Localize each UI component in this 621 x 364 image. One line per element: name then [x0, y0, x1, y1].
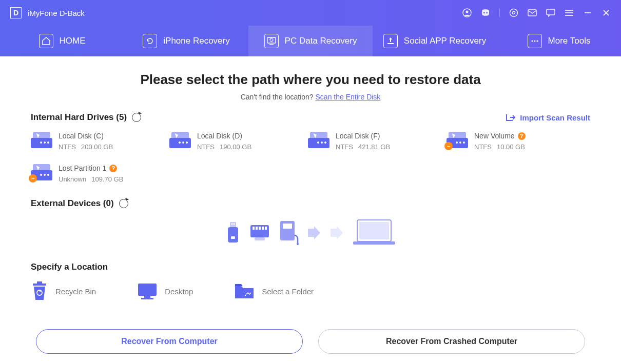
- hard-drive-icon: [31, 132, 52, 148]
- warning-badge-icon: –: [29, 174, 37, 183]
- import-scan-result-link[interactable]: Import Scan Result: [506, 113, 590, 122]
- hard-drive-icon: [169, 132, 191, 148]
- svg-rect-37: [353, 241, 395, 245]
- discord-icon[interactable]: [481, 8, 490, 17]
- tab-pc-data-recovery[interactable]: PC Data Recovery: [248, 26, 373, 56]
- menu-icon[interactable]: [565, 8, 574, 17]
- svg-rect-36: [359, 222, 389, 239]
- svg-rect-28: [259, 227, 261, 230]
- svg-rect-39: [37, 281, 42, 284]
- tab-label: iPhone Recovery: [163, 36, 229, 46]
- svg-rect-29: [262, 227, 264, 230]
- tab-home[interactable]: HOME: [0, 26, 124, 56]
- svg-rect-22: [234, 223, 235, 225]
- more-icon: [528, 34, 542, 48]
- recover-from-computer-button[interactable]: Recover From Computer: [36, 329, 303, 354]
- svg-point-3: [486, 12, 488, 14]
- drive-meta: NTFS421.81 GB: [336, 143, 390, 151]
- sd-card-icon: [249, 224, 270, 241]
- svg-rect-16: [387, 43, 394, 44]
- drive-item[interactable]: Local Disk (F) NTFS421.81 GB: [308, 132, 421, 151]
- page-title: Please select the path where you need to…: [31, 72, 590, 88]
- location-label: Desktop: [165, 287, 193, 296]
- help-badge-icon[interactable]: ?: [109, 165, 117, 172]
- tab-iphone-recovery[interactable]: iPhone Recovery: [124, 26, 248, 56]
- location-recycle-bin[interactable]: Recycle Bin: [31, 281, 96, 301]
- svg-rect-21: [231, 223, 232, 225]
- svg-rect-27: [256, 227, 258, 230]
- scan-entire-disk-link[interactable]: Scan the Entire Disk: [316, 93, 381, 101]
- close-icon[interactable]: [601, 8, 611, 17]
- mail-icon[interactable]: [528, 8, 537, 17]
- svg-point-18: [534, 41, 535, 42]
- desktop-icon: [137, 282, 158, 300]
- svg-point-17: [531, 41, 533, 42]
- svg-rect-7: [547, 9, 555, 15]
- svg-rect-26: [253, 227, 255, 230]
- recycle-bin-icon: [31, 281, 48, 301]
- drive-item[interactable]: – New Volume ? NTFS10.00 GB: [447, 132, 559, 151]
- subhead-text: Can't find the location?: [241, 93, 316, 101]
- tab-social-app-recovery[interactable]: Social APP Recovery: [373, 26, 497, 56]
- drive-item[interactable]: Local Disk (D) NTFS190.00 GB: [169, 132, 282, 151]
- external-devices-heading: External Devices (0): [31, 198, 590, 209]
- import-icon: [506, 113, 516, 122]
- drive-item[interactable]: Local Disk (C) NTFS200.00 GB: [31, 132, 144, 151]
- usb-icon: [225, 221, 241, 245]
- refresh-icon: [143, 34, 157, 48]
- svg-point-2: [483, 12, 485, 14]
- drive-meta: NTFS200.00 GB: [59, 143, 113, 151]
- refresh-drives-icon[interactable]: [132, 113, 141, 122]
- svg-rect-24: [231, 236, 235, 239]
- feedback-icon[interactable]: [546, 8, 555, 17]
- tab-more-tools[interactable]: More Tools: [497, 26, 621, 56]
- refresh-external-icon[interactable]: [119, 199, 128, 208]
- minimize-icon[interactable]: [583, 8, 592, 17]
- location-select-folder[interactable]: Select a Folder: [234, 281, 314, 301]
- monitor-refresh-icon: [264, 34, 279, 48]
- drive-name: Local Disk (F): [336, 132, 390, 140]
- svg-rect-31: [255, 237, 265, 240]
- titlebar: D iMyFone D-Back: [0, 0, 621, 26]
- drive-item[interactable]: – Lost Partition 1 ? Unknown109.70 GB: [31, 164, 144, 183]
- app-icon: [383, 34, 398, 48]
- drive-meta: Unknown109.70 GB: [59, 175, 123, 183]
- svg-rect-30: [265, 227, 267, 230]
- location-desktop[interactable]: Desktop: [137, 281, 193, 301]
- svg-rect-41: [138, 284, 157, 296]
- folder-icon: [234, 283, 255, 299]
- drive-name: New Volume ?: [474, 132, 526, 140]
- svg-point-19: [536, 41, 538, 42]
- svg-point-34: [297, 243, 299, 245]
- account-icon[interactable]: [462, 8, 472, 17]
- drive-name: Local Disk (D): [197, 132, 251, 140]
- drive-meta: NTFS10.00 GB: [474, 143, 526, 151]
- specify-location-heading: Specify a Location: [31, 262, 590, 272]
- location-label: Select a Folder: [262, 287, 314, 296]
- svg-point-5: [513, 12, 515, 14]
- svg-rect-6: [528, 10, 536, 16]
- settings-gear-icon[interactable]: [509, 8, 518, 17]
- svg-point-1: [466, 11, 469, 13]
- recover-from-crashed-computer-button[interactable]: Recover From Crashed Computer: [318, 329, 585, 354]
- arrow-icon: [307, 226, 321, 240]
- warning-badge-icon: –: [444, 142, 453, 150]
- svg-rect-33: [283, 224, 292, 229]
- svg-rect-42: [144, 296, 150, 298]
- laptop-icon: [352, 219, 396, 247]
- help-badge-icon[interactable]: ?: [518, 132, 526, 140]
- hard-drive-icon: –: [31, 164, 52, 180]
- home-icon: [39, 34, 53, 48]
- drive-name: Lost Partition 1 ?: [59, 164, 123, 172]
- arrow-icon: [329, 226, 344, 240]
- drive-meta: NTFS190.00 GB: [197, 143, 251, 151]
- tab-label: HOME: [60, 36, 86, 46]
- svg-point-44: [245, 295, 246, 296]
- svg-rect-43: [141, 298, 153, 299]
- app-logo: D: [10, 7, 22, 18]
- tab-label: PC Data Recovery: [285, 36, 357, 46]
- location-label: Recycle Bin: [55, 287, 96, 296]
- svg-point-4: [510, 9, 518, 17]
- tabbar: HOME iPhone Recovery PC Data Recovery So…: [0, 26, 621, 56]
- svg-rect-20: [230, 222, 236, 227]
